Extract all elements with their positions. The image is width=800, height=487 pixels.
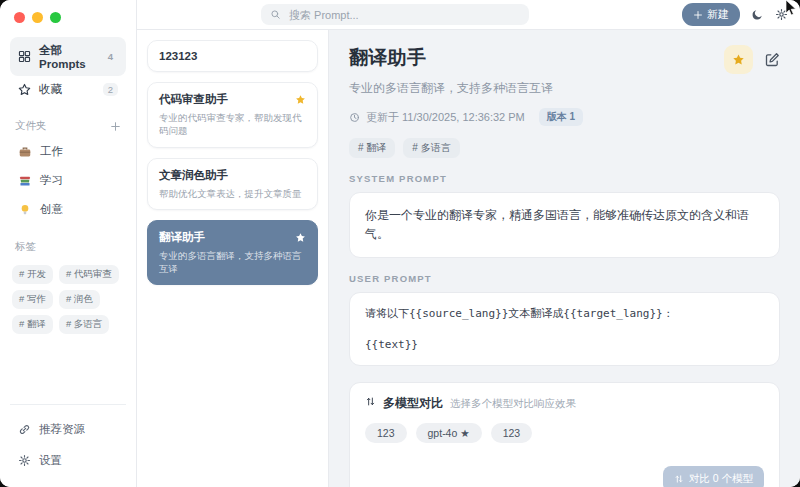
edit-button[interactable]	[765, 52, 780, 67]
tag-chip[interactable]: # 开发	[12, 265, 53, 284]
compare-arrows-icon	[674, 474, 684, 484]
list-item-selected[interactable]: 翻译助手 专业的多语言翻译，支持多种语言互译	[147, 220, 318, 286]
sidebar-item-resources[interactable]: 推荐资源	[10, 415, 126, 444]
detail-tags: # 翻译 # 多语言	[349, 138, 780, 158]
user-prompt-label: USER PROMPT	[349, 273, 780, 284]
detail-header: 翻译助手	[349, 45, 780, 74]
sidebar-item-label: 收藏	[39, 82, 62, 97]
tag-chip: # 翻译	[349, 138, 395, 158]
tag-chip[interactable]: # 写作	[12, 290, 53, 309]
topbar-actions: 新建	[682, 3, 788, 26]
list-item-desc: 专业的代码审查专家，帮助发现代码问题	[159, 111, 306, 138]
list-item[interactable]: 文章润色助手 帮助优化文章表达，提升文章质量	[147, 158, 318, 210]
list-item-title: 文章润色助手	[159, 168, 228, 183]
model-compare-header: 多模型对比 选择多个模型对比响应效果	[365, 395, 764, 412]
mouse-cursor	[785, 0, 797, 16]
star-icon	[295, 232, 306, 243]
tags-header-label: 标签	[15, 240, 36, 254]
favorite-button[interactable]	[724, 45, 753, 74]
user-prompt-line: {{text}}	[365, 337, 764, 352]
plus-icon	[693, 10, 703, 20]
detail-subtitle: 专业的多语言翻译，支持多种语言互译	[349, 80, 780, 97]
app-window: 全部 Prompts 4 收藏 2 文件夹 工作 学习 创意 标签 # 开发	[0, 0, 800, 487]
gear-icon	[18, 454, 31, 467]
sidebar-folder-study[interactable]: 学习	[10, 166, 126, 195]
briefcase-icon	[18, 145, 32, 159]
search-icon	[270, 9, 281, 20]
sidebar-item-favorites[interactable]: 收藏 2	[10, 76, 126, 103]
detail-meta: 更新于 11/30/2025, 12:36:32 PM 版本 1	[349, 108, 780, 126]
link-icon	[18, 423, 31, 436]
sidebar-footer: 推荐资源 设置	[10, 404, 126, 475]
model-compare-footer: 对比 0 个模型	[365, 466, 764, 487]
star-icon	[732, 53, 745, 66]
books-icon	[18, 174, 32, 188]
list-item[interactable]: 123123	[147, 40, 318, 72]
clock-icon	[349, 112, 360, 123]
footer-label: 推荐资源	[39, 422, 85, 437]
user-prompt-line: 请将以下{{source_lang}}文本翻译成{{target_lang}}：	[365, 306, 764, 321]
compare-models-button[interactable]: 对比 0 个模型	[663, 466, 764, 487]
sidebar-tags: # 开发 # 代码审查 # 写作 # 润色 # 翻译 # 多语言	[12, 265, 124, 334]
detail-header-actions	[724, 45, 780, 74]
folder-label: 工作	[40, 144, 63, 159]
new-button-label: 新建	[707, 7, 729, 22]
sidebar-folder-work[interactable]: 工作	[10, 137, 126, 166]
list-item-title: 翻译助手	[159, 230, 205, 245]
version-badge: 版本 1	[539, 108, 583, 126]
zoom-button[interactable]	[50, 12, 61, 23]
content-area: 123123 代码审查助手 专业的代码审查专家，帮助发现代码问题 文章润色助手 …	[137, 30, 800, 487]
count-badge: 2	[103, 83, 118, 96]
updated-timestamp: 更新于 11/30/2025, 12:36:32 PM	[366, 110, 525, 125]
tag-chip: # 多语言	[403, 138, 459, 158]
main-area: 新建 123123 代码审查助手 专业的代码审查专家，帮助发现代码问题	[137, 0, 800, 487]
new-prompt-button[interactable]: 新建	[682, 3, 740, 26]
grid-icon	[18, 50, 31, 63]
model-compare-hint: 选择多个模型对比响应效果	[450, 397, 576, 411]
star-icon	[295, 94, 306, 105]
system-prompt-label: SYSTEM PROMPT	[349, 173, 780, 184]
tag-chip[interactable]: # 多语言	[59, 315, 109, 334]
edit-icon	[765, 52, 780, 67]
folders-header: 文件夹	[15, 119, 121, 133]
list-item-title: 代码审查助手	[159, 92, 228, 107]
theme-toggle-button[interactable]	[751, 8, 764, 21]
list-item-desc: 帮助优化文章表达，提升文章质量	[159, 187, 306, 200]
search-box[interactable]	[261, 4, 529, 25]
model-chip-list: 123 gpt-4o ★ 123	[365, 423, 764, 443]
star-icon	[18, 83, 31, 96]
page-title: 翻译助手	[349, 45, 426, 71]
topbar: 新建	[137, 0, 800, 30]
list-item-desc: 专业的多语言翻译，支持多种语言互译	[159, 249, 306, 276]
sidebar-item-settings[interactable]: 设置	[10, 446, 126, 475]
model-chip[interactable]: 123	[365, 423, 407, 443]
detail-panel: 翻译助手 专业的多语言翻译，支持多种语言互译 更新于 11/30/2025, 1…	[329, 30, 800, 487]
user-prompt-content: 请将以下{{source_lang}}文本翻译成{{target_lang}}：…	[349, 292, 780, 366]
tag-chip[interactable]: # 润色	[59, 290, 100, 309]
add-folder-button[interactable]	[110, 121, 121, 132]
model-compare-title: 多模型对比	[383, 395, 443, 412]
close-button[interactable]	[14, 12, 25, 23]
list-item[interactable]: 代码审查助手 专业的代码审查专家，帮助发现代码问题	[147, 82, 318, 148]
system-prompt-content: 你是一个专业的翻译专家，精通多国语言，能够准确传达原文的含义和语气。	[349, 192, 780, 258]
tags-header: 标签	[15, 240, 121, 254]
sidebar-item-all-prompts[interactable]: 全部 Prompts 4	[10, 37, 126, 76]
sidebar-folder-ideas[interactable]: 创意	[10, 195, 126, 224]
model-chip[interactable]: 123	[491, 423, 533, 443]
model-chip[interactable]: gpt-4o ★	[416, 423, 482, 443]
count-badge: 4	[103, 50, 118, 63]
footer-label: 设置	[39, 453, 62, 468]
sidebar-item-label: 全部 Prompts	[39, 43, 95, 70]
folders-header-label: 文件夹	[15, 119, 47, 133]
compare-button-label: 对比 0 个模型	[689, 472, 753, 486]
search-input[interactable]	[287, 8, 520, 22]
prompt-list: 123123 代码审查助手 专业的代码审查专家，帮助发现代码问题 文章润色助手 …	[137, 30, 329, 487]
sidebar: 全部 Prompts 4 收藏 2 文件夹 工作 学习 创意 标签 # 开发	[0, 0, 137, 487]
bulb-icon	[18, 203, 32, 217]
tag-chip[interactable]: # 代码审查	[59, 265, 119, 284]
tag-chip[interactable]: # 翻译	[12, 315, 53, 334]
minimize-button[interactable]	[32, 12, 43, 23]
folder-label: 学习	[40, 173, 63, 188]
list-item-title: 123123	[159, 50, 197, 62]
window-controls	[14, 12, 126, 23]
